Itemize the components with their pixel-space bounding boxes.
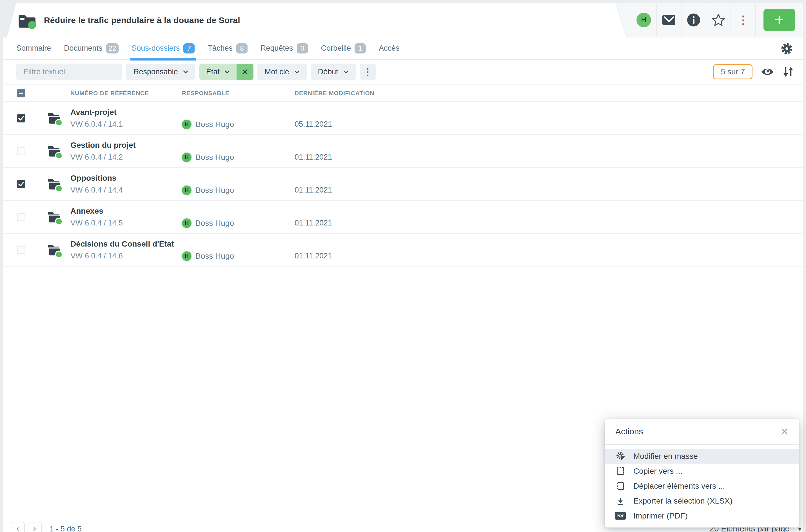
sort-arrows-icon (782, 65, 794, 78)
export-xlsx-icon (615, 497, 625, 505)
tab-sous-dossiers-count: 7 (183, 43, 194, 54)
gear-icon (780, 42, 794, 56)
favorite-button[interactable] (706, 3, 731, 37)
info-icon (687, 13, 700, 27)
owner-name: Boss Hugo (195, 186, 234, 195)
row-reference: VW 6.0.4 / 14.2 (70, 153, 179, 162)
row-date: 01.11.2021 (290, 252, 803, 260)
row-checkbox[interactable] (17, 213, 25, 221)
menu-item-imprimer-pdf[interactable]: PDF Imprimer (PDF) (605, 508, 799, 523)
table-row[interactable]: Gestion du projet VW 6.0.4 / 14.2 H Boss… (3, 135, 803, 168)
owner-avatar: H (182, 186, 191, 195)
page-title: Réduire le trafic pendulaire à la douane… (44, 16, 240, 25)
dossier-folder-status-icon (17, 12, 37, 29)
row-checkbox[interactable] (17, 246, 25, 254)
tab-corbeille-count: 1 (355, 43, 366, 54)
pagination: ‹ › 1 - 5 de 5 (11, 522, 82, 532)
owner-avatar: H (182, 218, 191, 228)
tab-requetes[interactable]: Requêtes 0 (261, 37, 308, 59)
filter-etat-chip: État ✕ (200, 63, 254, 80)
chevron-down-icon (294, 70, 299, 74)
row-checkbox[interactable] (17, 147, 25, 155)
close-icon: ✕ (241, 67, 248, 77)
row-date: 01.11.2021 (290, 186, 803, 194)
tab-bar: Sommaire Documents 22 Sous-dossiers 7 Tâ… (3, 37, 803, 60)
row-title: Oppositions (70, 174, 179, 183)
bulk-edit-icon (615, 452, 625, 461)
tab-requetes-count: 0 (297, 43, 308, 54)
table-row[interactable]: Oppositions VW 6.0.4 / 14.4 H Boss Hugo … (3, 168, 803, 201)
page-range-label: 1 - 5 de 5 (50, 525, 82, 532)
tab-taches-count: 8 (236, 43, 247, 54)
overflow-dots-icon: ⋮ (737, 14, 749, 25)
mail-button[interactable] (656, 3, 681, 37)
subfolder-status-icon (47, 111, 62, 125)
chevron-left-icon: ‹ (16, 524, 19, 532)
tab-sommaire[interactable]: Sommaire (16, 37, 51, 59)
filter-etat-clear-button[interactable]: ✕ (237, 63, 254, 80)
eye-icon (761, 67, 774, 76)
menu-item-modifier-en-masse[interactable]: Modifier en masse (605, 449, 799, 463)
tab-sous-dossiers[interactable]: Sous-dossiers 7 (132, 37, 194, 59)
menu-item-exporter-xlsx[interactable]: Exporter la sélection (XLSX) (605, 493, 799, 508)
text-filter-input[interactable] (16, 63, 122, 80)
avatar: H (636, 13, 651, 27)
corner-decoration (3, 3, 16, 37)
next-page-button[interactable]: › (27, 522, 42, 532)
filter-responsable-dropdown[interactable]: Responsable (126, 63, 195, 80)
visibility-button[interactable] (761, 67, 774, 76)
subfolder-status-icon (47, 177, 62, 191)
info-button[interactable] (681, 3, 706, 37)
tab-documents[interactable]: Documents 22 (64, 37, 118, 59)
tab-corbeille[interactable]: Corbeille 1 (321, 37, 366, 59)
star-icon (712, 14, 725, 26)
owner-avatar: H (182, 251, 191, 261)
previous-page-button[interactable]: ‹ (11, 522, 25, 532)
owner-name: Boss Hugo (195, 252, 234, 261)
sort-button[interactable] (782, 65, 794, 78)
overflow-dots-icon: ⋮ (363, 67, 373, 77)
row-title: Annexes (70, 207, 179, 215)
tab-taches[interactable]: Tâches 8 (208, 37, 247, 59)
chevron-right-icon: › (33, 524, 36, 532)
user-avatar-button[interactable]: H (631, 3, 656, 37)
add-button[interactable]: + (764, 9, 795, 31)
subfolder-status-icon (47, 243, 62, 257)
owner-name: Boss Hugo (195, 120, 234, 129)
create-cell: + (755, 3, 803, 37)
menu-item-copier-vers[interactable]: Copier vers ... (605, 463, 799, 478)
result-count-badge: 5 sur 7 (713, 64, 752, 79)
filter-bar: Responsable État ✕ Mot clé Début (3, 60, 803, 85)
print-pdf-icon: PDF (615, 512, 625, 519)
header-overflow-button[interactable]: ⋮ (731, 3, 755, 37)
filter-etat-dropdown[interactable]: État (200, 63, 237, 80)
owner-name: Boss Hugo (195, 219, 234, 228)
table-header: NUMÉRO DE RÉFÉRENCE RESPONSABLE DERNIÈRE… (3, 85, 803, 102)
filter-debut-dropdown[interactable]: Début (311, 63, 356, 80)
tab-acces[interactable]: Accès (379, 37, 400, 59)
settings-button[interactable] (780, 41, 794, 56)
row-title: Gestion du projet (70, 141, 179, 150)
chevron-down-icon (183, 70, 188, 74)
table-row[interactable]: Annexes VW 6.0.4 / 14.5 H Boss Hugo 01.1… (3, 201, 803, 234)
close-icon[interactable]: ✕ (781, 427, 788, 436)
table-row[interactable]: Avant-projet VW 6.0.4 / 14.1 H Boss Hugo… (3, 102, 803, 135)
menu-item-deplacer-vers[interactable]: Déplacer éléments vers ... (605, 478, 799, 493)
row-checkbox[interactable] (17, 180, 25, 188)
row-title: Décisions du Conseil d'Etat (70, 240, 179, 249)
more-filters-button[interactable]: ⋮ (360, 63, 376, 80)
row-date: 01.11.2021 (290, 219, 803, 227)
header: Réduire le trafic pendulaire à la douane… (3, 3, 803, 37)
table-row[interactable]: Décisions du Conseil d'Etat VW 6.0.4 / 1… (3, 234, 803, 267)
row-date: 05.11.2021 (290, 120, 803, 129)
row-title: Avant-projet (70, 108, 179, 117)
mail-icon (662, 15, 676, 25)
chevron-down-icon (225, 70, 230, 74)
column-modification: DERNIÈRE MODIFICATION (290, 90, 803, 97)
row-reference: VW 6.0.4 / 14.1 (70, 120, 179, 129)
copy-icon (615, 467, 625, 475)
filter-motcle-dropdown[interactable]: Mot clé (257, 63, 307, 80)
row-checkbox[interactable] (17, 114, 25, 122)
select-all-checkbox[interactable] (17, 89, 25, 97)
row-reference: VW 6.0.4 / 14.5 (70, 219, 179, 227)
